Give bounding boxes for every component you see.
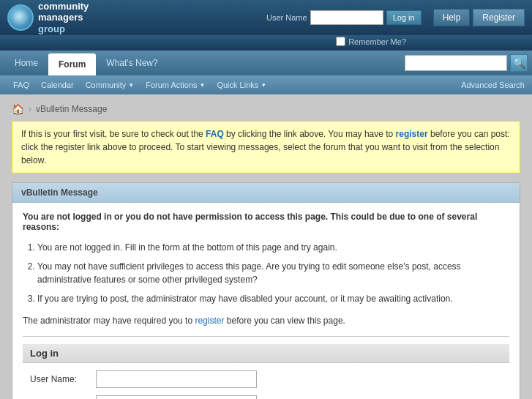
form-password-input[interactable] — [96, 395, 257, 399]
header-buttons: Help Register — [433, 9, 525, 26]
message-panel-header: vBulletin Message — [12, 183, 520, 203]
login-button[interactable]: Log in — [386, 10, 422, 25]
logo-text: community managers group — [38, 1, 89, 35]
quick-links-dropdown-arrow: ▼ — [261, 82, 266, 89]
username-input[interactable] — [310, 10, 383, 25]
home-icon[interactable]: 🏠 — [12, 103, 24, 115]
remember-me-checkbox[interactable] — [336, 37, 345, 46]
reason-1: You are not logged in. Fill in the form … — [37, 241, 509, 254]
breadcrumb-separator: › — [29, 104, 31, 114]
admin-note-before: The administrator may have required you … — [23, 316, 195, 326]
reason-2: You may not have sufficient privileges t… — [37, 260, 509, 286]
remember-me-row: Remember Me? — [336, 37, 406, 46]
info-box: If this is your first visit, be sure to … — [12, 121, 520, 174]
community-dropdown-arrow: ▼ — [128, 82, 134, 89]
message-panel: vBulletin Message You are not logged in … — [12, 182, 520, 399]
username-form-row: User Name: — [23, 370, 509, 388]
header-login-row: User Name Log in — [266, 10, 422, 25]
admin-note: The administrator may have required you … — [23, 314, 509, 327]
nav-home[interactable]: Home — [4, 51, 48, 75]
admin-register-link[interactable]: register — [195, 316, 224, 326]
sub-navbar: FAQ Calendar Community ▼ Forum Actions ▼… — [0, 75, 532, 94]
main-navbar: Home Forum What's New? 🔍 — [0, 51, 532, 75]
info-text-after-faq: by clicking the link above. You may have… — [224, 129, 396, 139]
breadcrumb: 🏠 › vBulletin Message — [12, 103, 520, 115]
remember-me-label: Remember Me? — [348, 37, 406, 46]
logo-icon — [7, 4, 34, 31]
page-title: vBulletin Message — [36, 104, 107, 114]
logo-circle-inner — [13, 10, 28, 25]
nav-whats-new[interactable]: What's New? — [96, 51, 168, 75]
site-header: community managers group User Name Log i… — [0, 0, 532, 35]
subnav-faq[interactable]: FAQ — [7, 81, 35, 89]
reasons-list: You are not logged in. Fill in the form … — [37, 241, 509, 305]
logo-area: community managers group — [7, 1, 266, 35]
info-text-before-faq: If this is your first visit, be sure to … — [21, 129, 206, 139]
nav-search-input[interactable] — [405, 55, 507, 71]
subnav-right: Advanced Search — [461, 80, 525, 90]
help-button[interactable]: Help — [433, 9, 471, 26]
admin-note-after: before you can view this page. — [224, 316, 345, 326]
info-register-link[interactable]: register — [396, 129, 428, 139]
register-button[interactable]: Register — [473, 9, 525, 26]
faq-link[interactable]: FAQ — [206, 129, 224, 139]
form-username-input[interactable] — [96, 370, 257, 388]
reason-3: If you are trying to post, the administr… — [37, 292, 509, 305]
content-wrapper: 🏠 › vBulletin Message If this is your fi… — [0, 94, 532, 399]
subnav-quick-links[interactable]: Quick Links ▼ — [211, 81, 272, 89]
warning-text: You are not logged in or you do not have… — [23, 212, 509, 232]
nav-search-button[interactable]: 🔍 — [510, 54, 528, 72]
forum-actions-dropdown-arrow: ▼ — [200, 82, 206, 89]
form-username-label: User Name: — [30, 374, 96, 384]
nav-forum[interactable]: Forum — [48, 53, 96, 75]
advanced-search-link[interactable]: Advanced Search — [461, 81, 525, 89]
nav-search-area: 🔍 — [405, 51, 528, 75]
subnav-calendar[interactable]: Calendar — [35, 81, 80, 89]
message-panel-body: You are not logged in or you do not have… — [12, 203, 520, 399]
password-form-row: Password: — [23, 395, 509, 399]
subnav-forum-actions[interactable]: Forum Actions ▼ — [140, 81, 211, 89]
login-section: Log in User Name: Password: — [23, 336, 509, 399]
subnav-community[interactable]: Community ▼ — [80, 81, 141, 89]
username-label: User Name — [266, 13, 307, 22]
login-section-header: Log in — [23, 344, 509, 363]
